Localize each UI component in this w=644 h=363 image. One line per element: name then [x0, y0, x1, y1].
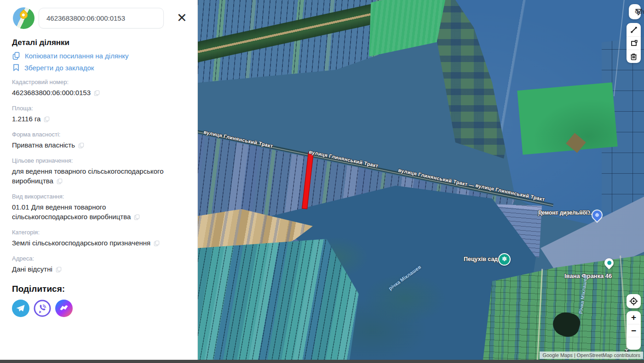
field-purpose: Цільове призначення: для ведення товарно… — [12, 157, 185, 187]
parcel-fields: Кадастровий номер: 4623683800:06:000:015… — [12, 79, 185, 275]
page-title: Деталі ділянки — [12, 38, 185, 47]
share-viber-button[interactable] — [34, 300, 51, 317]
copy-value-icon[interactable] — [44, 115, 50, 125]
share-title: Поділитися: — [12, 284, 185, 294]
viber-icon — [34, 300, 51, 317]
cadastral-map-app: ✕ Деталі ділянки Копіювати посилання на … — [0, 0, 644, 363]
expand-control-button[interactable] — [627, 337, 641, 350]
copy-value-icon[interactable] — [57, 177, 63, 187]
parcel-details-sidebar: ✕ Деталі ділянки Копіювати посилання на … — [0, 0, 198, 360]
bookmark-icon — [12, 63, 20, 72]
map-attribution: Google Maps | OpenStreetMap contributors — [540, 352, 643, 359]
copy-value-icon[interactable] — [154, 239, 160, 249]
filter-label: Фільтр — [635, 8, 644, 15]
triangle-down-icon — [625, 349, 628, 352]
bookmark-label: Зберегти до закладок — [24, 64, 94, 72]
sidebar-header: ✕ — [0, 0, 197, 29]
zoom-controls: + − — [627, 311, 641, 350]
poi-marker-garden[interactable]: ✽ — [498, 253, 511, 266]
field-address: Адреса: Дані відсутні — [12, 255, 185, 275]
map-tools-panel — [627, 23, 641, 63]
copy-value-icon[interactable] — [134, 213, 140, 222]
close-button[interactable]: ✕ — [177, 12, 187, 24]
poi-label-garden[interactable]: Пецухів сад — [464, 256, 498, 262]
share-row — [12, 300, 185, 317]
app-logo[interactable] — [13, 7, 34, 29]
copy-link-label: Копіювати посилання на ділянку — [25, 52, 129, 60]
horizontal-scrollbar[interactable] — [0, 360, 644, 363]
field-area: Площа: 1.2116 га — [12, 105, 185, 125]
map-canvas[interactable]: вулиця Глинянський Тракт вулиця Глинянсь… — [198, 0, 644, 360]
poi-label-address[interactable]: Івана Франка 46 — [564, 272, 612, 279]
share-telegram-button[interactable] — [12, 300, 29, 317]
zoom-in-button[interactable]: + — [627, 311, 641, 324]
telegram-icon — [12, 300, 29, 317]
search-input[interactable] — [39, 8, 164, 28]
field-ownership: Форма власності: Приватна власність — [12, 131, 185, 151]
share-messenger-button[interactable] — [55, 300, 73, 317]
copy-value-icon[interactable] — [78, 141, 84, 151]
field-use-type: Вид використання: 01.01 Для ведення това… — [12, 193, 185, 222]
copy-icon — [12, 51, 21, 60]
copy-value-icon[interactable] — [94, 89, 100, 98]
ruler-icon — [630, 26, 638, 34]
field-category: Категорія: Землі сільськогосподарського … — [12, 229, 185, 249]
polygon-area-icon — [630, 40, 638, 47]
clear-drawings-button[interactable] — [627, 50, 641, 63]
bookmark-button[interactable]: Зберегти до закладок — [12, 63, 185, 72]
measure-area-button[interactable] — [627, 36, 641, 50]
zoom-out-button[interactable]: − — [627, 324, 641, 337]
measure-distance-button[interactable] — [627, 23, 641, 36]
messenger-icon — [55, 300, 73, 317]
copy-link-button[interactable]: Копіювати посилання на ділянку — [12, 51, 185, 60]
map-pin-icon — [18, 9, 29, 20]
copy-value-icon[interactable] — [56, 265, 62, 275]
field-cadastral-number: Кадастровий номер: 4623683800:06:000:015… — [12, 79, 185, 98]
location-target-icon — [629, 297, 638, 306]
my-location-button[interactable] — [627, 294, 641, 308]
trash-icon — [630, 53, 637, 60]
sidebar-body: Деталі ділянки Копіювати посилання на ді… — [0, 29, 197, 317]
filter-button[interactable]: Фільтр — [629, 4, 641, 19]
